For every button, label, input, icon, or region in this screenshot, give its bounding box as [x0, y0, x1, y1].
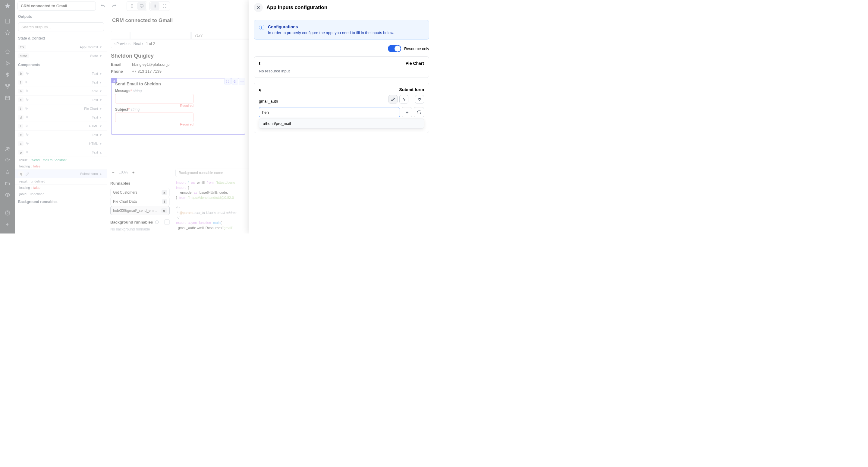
- play-icon[interactable]: [3, 59, 12, 68]
- star-icon[interactable]: [3, 28, 12, 37]
- workflow-icon[interactable]: [3, 82, 12, 91]
- close-button[interactable]: [254, 3, 263, 12]
- windmill-logo-icon[interactable]: [4, 2, 11, 10]
- desktop-icon[interactable]: [137, 2, 146, 10]
- message-required: Required: [115, 104, 193, 108]
- component-row-a[interactable]: aTable▾: [15, 87, 107, 96]
- fullscreen-icon[interactable]: [160, 2, 169, 10]
- component-row-f[interactable]: fText▾: [15, 78, 107, 87]
- drawer-header: App inputs configuration: [249, 0, 434, 15]
- pointer-icon: [25, 142, 30, 146]
- email-value: hbingley1@plala.or.jp: [132, 62, 170, 67]
- field-mode-actions: [389, 95, 424, 104]
- svg-point-10: [7, 87, 8, 88]
- phone-value: +7 813 117 7139: [132, 69, 161, 74]
- page-indicator: 1 of 2: [146, 41, 155, 46]
- message-input[interactable]: [115, 94, 193, 104]
- calendar-icon[interactable]: [3, 93, 12, 103]
- info-icon: [155, 220, 159, 224]
- zoom-in-button[interactable]: +: [130, 169, 136, 175]
- svg-point-35: [235, 80, 236, 81]
- component-type: Text: [92, 116, 98, 119]
- runnable-badge: t: [162, 199, 167, 204]
- form-component-q[interactable]: q Send Email to Sheldon Message*string R…: [111, 78, 245, 135]
- logout-icon[interactable]: [3, 220, 12, 229]
- q-loading-row: loading: false: [15, 185, 107, 191]
- info-body: In order to properly configure the app, …: [268, 30, 394, 35]
- runnable-label: Get Customers: [113, 191, 137, 195]
- svg-marker-6: [6, 62, 10, 65]
- component-row-t[interactable]: tPie Chart▾: [15, 105, 107, 113]
- mobile-icon[interactable]: [127, 2, 136, 10]
- component-chip: a: [18, 89, 24, 93]
- svg-point-17: [7, 160, 8, 162]
- ctx-row[interactable]: ctx App Context ▾: [15, 43, 107, 52]
- gmail-auth-input[interactable]: [259, 107, 400, 117]
- anchor-icon[interactable]: [231, 78, 238, 85]
- left-panel: Outputs State & Context ctx App Context …: [15, 12, 107, 233]
- undo-button[interactable]: [98, 1, 107, 10]
- state-row[interactable]: state State ▾: [15, 52, 107, 60]
- add-bg-runnable-button[interactable]: +: [164, 219, 170, 225]
- prev-button[interactable]: ‹Previous: [114, 41, 130, 46]
- plug-button[interactable]: [415, 95, 424, 104]
- svg-point-22: [7, 194, 8, 196]
- zoom-out-button[interactable]: −: [110, 169, 116, 175]
- runnable-item[interactable]: hub/338/gmail/_send_em...q: [110, 206, 170, 215]
- outputs-title: Outputs: [15, 12, 107, 21]
- next-button[interactable]: Next›: [133, 41, 143, 46]
- component-row-d[interactable]: dText▾: [15, 113, 107, 122]
- robot-icon[interactable]: [3, 167, 12, 177]
- add-resource-button[interactable]: [402, 107, 412, 117]
- component-type: Text: [92, 133, 98, 137]
- edit-mode-button[interactable]: [389, 95, 398, 104]
- runnable-item[interactable]: Pie Chart Datat: [110, 197, 170, 206]
- component-row-c[interactable]: cText▾: [15, 96, 107, 105]
- search-outputs-input[interactable]: [18, 22, 104, 31]
- folder-icon[interactable]: [3, 179, 12, 188]
- svg-point-20: [8, 172, 9, 173]
- eye-icon[interactable]: [3, 190, 12, 200]
- help-icon[interactable]: [3, 208, 12, 218]
- center-layout-icon[interactable]: [150, 2, 159, 10]
- runnable-item[interactable]: Get Customersa: [110, 188, 170, 197]
- bg-runnables-title: Background runnables +: [110, 219, 170, 225]
- pointer-icon: [25, 98, 30, 102]
- dollar-icon[interactable]: [3, 70, 12, 80]
- dropdown-option[interactable]: u/henri/pro_mail: [259, 119, 424, 128]
- edit-icon[interactable]: [25, 172, 30, 176]
- users-icon[interactable]: [3, 144, 12, 154]
- chevron-icon: ▾: [100, 80, 104, 85]
- pointer-icon: [25, 72, 30, 76]
- expand-icon[interactable]: [224, 78, 231, 85]
- resource-only-toggle[interactable]: [388, 45, 401, 52]
- card-t-empty: No resource input: [259, 69, 424, 73]
- chevron-icon: ▴: [100, 150, 104, 154]
- building-icon[interactable]: [3, 16, 12, 26]
- component-row-e[interactable]: eText▾: [15, 130, 107, 139]
- component-row-s[interactable]: sHTML▾: [15, 139, 107, 148]
- refresh-resources-button[interactable]: [414, 107, 424, 117]
- app-name-input[interactable]: [18, 1, 96, 10]
- resource-only-toggle-row: Resource only: [254, 45, 429, 52]
- move-icon[interactable]: [239, 78, 245, 85]
- settings-icon[interactable]: [3, 156, 12, 165]
- svg-point-16: [8, 148, 10, 149]
- fx-mode-button[interactable]: [399, 95, 408, 104]
- chevron-icon: ▾: [100, 115, 104, 119]
- redo-button[interactable]: [110, 1, 119, 10]
- svg-rect-27: [140, 4, 144, 7]
- drawer-title: App inputs configuration: [267, 4, 327, 10]
- component-row-q[interactable]: q Submit form ▴: [15, 170, 107, 178]
- pointer-icon: [25, 89, 30, 93]
- component-row-b[interactable]: bText▾: [15, 69, 107, 78]
- component-type: Pie Chart: [84, 107, 98, 110]
- message-label: Message*string: [115, 89, 241, 93]
- home-icon[interactable]: [3, 47, 12, 57]
- subject-input[interactable]: [115, 113, 193, 122]
- component-chip: c: [18, 97, 24, 102]
- component-row-r[interactable]: rHTML▾: [15, 122, 107, 130]
- component-row-p[interactable]: pText▴: [15, 148, 107, 157]
- ctx-chip: ctx: [18, 45, 26, 50]
- chevron-icon: ▾: [100, 107, 104, 111]
